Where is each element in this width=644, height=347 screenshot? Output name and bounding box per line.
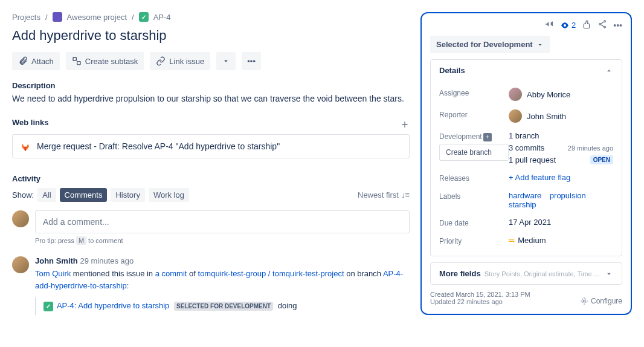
attach-label: Attach xyxy=(31,57,54,66)
releases-field[interactable]: Releases + Add feature flag xyxy=(439,169,613,187)
more-fields-hint: Story Points, Original estimate, Time tr… xyxy=(485,270,601,277)
configure-label: Configure xyxy=(591,297,622,305)
dev-commits-line[interactable]: 3 commits29 minutes ago xyxy=(509,143,613,152)
labels-field[interactable]: Labels hardware propulsion starship xyxy=(439,187,613,213)
breadcrumb-separator: / xyxy=(132,13,134,22)
priority-field[interactable]: Priority ═Medium xyxy=(439,232,613,250)
watch-count: 2 xyxy=(572,21,576,30)
svg-point-3 xyxy=(599,24,601,25)
reporter-name: John Smith xyxy=(527,112,566,121)
chevron-down-icon xyxy=(605,270,613,278)
tab-all[interactable]: All xyxy=(37,188,56,202)
gitlab-icon xyxy=(20,141,31,152)
status-dropdown[interactable]: Selected for Development xyxy=(430,36,550,53)
sort-icon: ↓≡ xyxy=(401,190,410,199)
details-header[interactable]: Details xyxy=(431,60,622,81)
breadcrumb-project-name[interactable]: Awesome project xyxy=(67,13,127,22)
create-subtask-button[interactable]: Create subtask xyxy=(66,52,144,70)
created-timestamp: Created March 15, 2021, 3:13 PM xyxy=(430,291,530,298)
gear-icon xyxy=(580,297,588,305)
weblink-item[interactable]: Merge request - Draft: Resolve AP-4 "Add… xyxy=(12,134,410,158)
issue-reference: ✓ AP-4: Add hyperdrive to starship SELEC… xyxy=(35,297,410,315)
issue-sidebar: 2 ••• Selected for Development Details A… xyxy=(420,12,632,315)
weblink-text: Merge request - Draft: Resolve AP-4 "Add… xyxy=(37,141,280,151)
comment-meta: John Smith 29 minutes ago xyxy=(35,256,410,265)
details-panel: Details Assignee Abby Morice Reporter Jo… xyxy=(430,59,622,256)
tab-history[interactable]: History xyxy=(111,188,144,202)
tab-comments[interactable]: Comments xyxy=(60,188,108,202)
development-label: Development+ Create branch xyxy=(439,131,509,161)
comment-time: 29 minutes ago xyxy=(80,256,134,265)
link-issue-label: Link issue xyxy=(169,57,204,66)
reporter-field[interactable]: Reporter John Smith xyxy=(439,105,613,127)
tab-worklog[interactable]: Work log xyxy=(149,188,189,202)
feedback-icon[interactable] xyxy=(544,19,554,31)
ref-tail: doing xyxy=(278,301,297,310)
mention-user[interactable]: Tom Quirk xyxy=(35,269,71,278)
issue-type-icon: ✓ xyxy=(43,302,53,311)
status-label: Selected for Development xyxy=(436,40,533,49)
referenced-issue-link[interactable]: AP-4: Add hyperdrive to starship xyxy=(57,301,169,310)
breadcrumb-issue-key[interactable]: AP-4 xyxy=(153,13,171,22)
watch-button[interactable]: 2 xyxy=(560,21,576,30)
label-chip[interactable]: propulsion xyxy=(550,191,586,200)
releases-label: Releases xyxy=(439,173,509,183)
more-button[interactable]: ••• xyxy=(613,21,622,30)
assignee-field[interactable]: Assignee Abby Morice xyxy=(439,83,613,105)
subtask-icon xyxy=(72,56,82,66)
like-button[interactable] xyxy=(582,19,591,31)
status-lozenge: SELECTED FOR DEVELOPMENT xyxy=(174,302,273,311)
toolbar: Attach Create subtask Link issue xyxy=(12,52,410,70)
due-date-label: Due date xyxy=(439,218,509,227)
more-fields-panel[interactable]: More fields Story Points, Original estim… xyxy=(430,262,622,285)
key-m: M xyxy=(76,236,86,245)
description-text[interactable]: We need to add hyperdrive propulsion to … xyxy=(12,94,410,103)
link-issue-dropdown[interactable] xyxy=(216,52,236,70)
attach-button[interactable]: Attach xyxy=(12,52,60,70)
activity-heading: Activity xyxy=(12,174,410,183)
due-date-value: 17 Apr 2021 xyxy=(509,218,613,227)
create-subtask-label: Create subtask xyxy=(85,57,138,66)
updated-timestamp: Updated 22 minutes ago xyxy=(430,298,530,305)
sort-toggle[interactable]: Newest first ↓≡ xyxy=(358,190,410,199)
configure-button[interactable]: Configure xyxy=(580,297,622,305)
priority-medium-icon: ═ xyxy=(509,236,513,245)
add-feature-flag-button[interactable]: + Add feature flag xyxy=(509,173,570,182)
protip: Pro tip: press M to comment xyxy=(35,237,410,244)
description-heading: Description xyxy=(12,81,410,90)
priority-value: Medium xyxy=(518,236,546,245)
link-issue-button[interactable]: Link issue xyxy=(150,52,210,70)
issue-title[interactable]: Add hyperdrive to starship xyxy=(12,28,410,44)
project-icon xyxy=(53,12,62,22)
dev-branch-line[interactable]: 1 branch xyxy=(509,131,613,140)
comment-input[interactable]: Add a comment... xyxy=(35,210,410,233)
more-actions-button[interactable]: ••• xyxy=(242,52,261,70)
add-development-icon[interactable]: + xyxy=(483,133,492,141)
reporter-label: Reporter xyxy=(439,109,509,119)
reporter-avatar xyxy=(509,109,522,123)
more-icon: ••• xyxy=(246,56,256,66)
svg-point-4 xyxy=(604,26,606,28)
breadcrumb-projects[interactable]: Projects xyxy=(12,13,40,22)
chevron-up-icon xyxy=(605,66,613,75)
label-chip[interactable]: starship xyxy=(509,200,536,209)
commit-link[interactable]: a commit xyxy=(155,269,187,278)
link-icon xyxy=(156,56,166,66)
due-date-field[interactable]: Due date 17 Apr 2021 xyxy=(439,213,613,232)
add-weblink-button[interactable] xyxy=(400,120,410,129)
pr-status-lozenge: OPEN xyxy=(590,155,613,164)
share-button[interactable] xyxy=(597,19,607,31)
comment-author[interactable]: John Smith xyxy=(35,256,78,265)
attach-icon xyxy=(18,56,28,66)
project-link[interactable]: tomquirk-test-group / tomquirk-test-proj… xyxy=(198,269,344,278)
sidebar-actions: 2 ••• xyxy=(430,19,622,31)
assignee-label: Assignee xyxy=(439,88,509,97)
comment: John Smith 29 minutes ago Tom Quirk ment… xyxy=(12,256,410,315)
dev-pr-line[interactable]: 1 pull requestOPEN xyxy=(509,155,613,164)
create-branch-button[interactable]: Create branch xyxy=(439,144,509,161)
label-chip[interactable]: hardware xyxy=(509,191,541,200)
issue-type-icon: ✓ xyxy=(139,12,149,22)
breadcrumb-separator: / xyxy=(45,13,48,22)
weblinks-heading: Web links xyxy=(12,118,48,127)
activity-filter: Show: All Comments History Work log Newe… xyxy=(12,188,410,202)
